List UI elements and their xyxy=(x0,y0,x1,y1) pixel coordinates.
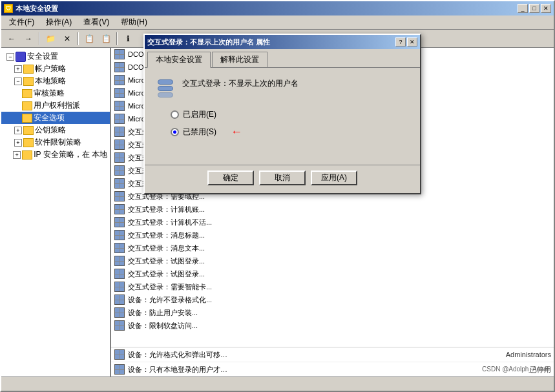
software-icon xyxy=(23,138,34,148)
radio-disabled[interactable]: 已禁用(S) ← xyxy=(171,125,394,139)
bottom-item-1[interactable]: 设备：允许格式化和弹出可移… Administrators xyxy=(111,347,554,362)
title-bar-buttons: _ □ ✕ xyxy=(518,4,551,13)
toolbar-sep1 xyxy=(39,32,40,45)
tree-item-ip-policy[interactable]: + IP 安全策略，在 本地 xyxy=(1,149,110,161)
tree-panel: − 安全设置 + 帐户策略 − xyxy=(1,48,111,377)
delete-button[interactable]: ✕ xyxy=(59,32,75,46)
audit-folder-icon xyxy=(22,88,32,99)
radio-disabled-label: 已禁用(S) xyxy=(183,127,216,138)
dialog-help-button[interactable]: ? xyxy=(395,37,406,46)
policy-item-icon xyxy=(114,100,125,112)
tab-explain-setting[interactable]: 解释此设置 xyxy=(212,52,267,67)
tree-item-security-options[interactable]: 安全选项 xyxy=(1,112,110,124)
cancel-button[interactable]: 取消 xyxy=(259,170,306,185)
security-icon xyxy=(16,52,26,62)
list-item[interactable]: 交互式登录：试图登录... xyxy=(111,254,554,267)
policy-item-icon xyxy=(114,61,125,73)
pubkey-icon xyxy=(23,125,34,136)
list-item[interactable]: 交互式登录：需要智能卡... xyxy=(111,280,554,293)
maximize-button[interactable]: □ xyxy=(529,4,539,13)
minimize-button[interactable]: _ xyxy=(518,4,528,13)
policy-item-icon xyxy=(114,113,125,125)
expand-account[interactable]: + xyxy=(14,65,22,73)
tree-item-account-policy[interactable]: + 帐户策略 xyxy=(1,63,110,75)
policy-item-icon xyxy=(114,255,125,267)
list-item[interactable]: 交互式登录：试图登录... xyxy=(111,267,554,280)
bottom-icon-1 xyxy=(114,349,125,360)
paste-button[interactable]: 📋 xyxy=(98,32,114,46)
cylinder-top xyxy=(158,79,173,85)
menu-view[interactable]: 查看(V) xyxy=(78,15,114,29)
bottom-icon-2 xyxy=(114,364,125,375)
list-item[interactable]: 交互式登录：消息标题... xyxy=(111,229,554,242)
back-button[interactable]: ← xyxy=(4,32,19,46)
dialog-title: 交互式登录：不显示上次的用户名 属性 xyxy=(147,37,270,47)
forward-button[interactable]: → xyxy=(21,32,36,46)
list-item[interactable]: 交互式登录：计算机账... xyxy=(111,203,554,216)
radio-disabled-input[interactable] xyxy=(171,128,179,136)
dialog-tabs: 本地安全设置 解释此设置 xyxy=(145,49,420,68)
menu-help[interactable]: 帮助(H) xyxy=(116,15,152,29)
copy-button[interactable]: 📋 xyxy=(81,32,97,46)
ok-button[interactable]: 确定 xyxy=(207,170,254,185)
expand-pubkey[interactable]: + xyxy=(14,127,22,134)
db-icon xyxy=(155,78,176,99)
policy-item-icon xyxy=(114,48,125,60)
expand-security[interactable]: − xyxy=(6,53,14,61)
cylinder-mid xyxy=(158,86,173,91)
tab-local-security[interactable]: 本地安全设置 xyxy=(147,52,211,68)
radio-enabled-input[interactable] xyxy=(171,110,179,119)
local-folder-icon xyxy=(23,76,34,87)
policy-item-icon xyxy=(114,191,125,202)
policy-item-icon xyxy=(114,307,125,318)
watermark: CSDN @Adolph_Ansel xyxy=(482,366,549,373)
tree-item-pubkey-policy[interactable]: + 公钥策略 xyxy=(1,124,110,136)
tree-item-audit-policy[interactable]: 审核策略 xyxy=(1,87,110,99)
expand-ip[interactable]: + xyxy=(13,151,21,159)
policy-item-icon xyxy=(114,294,125,305)
list-item[interactable]: 交互式登录：计算机不活... xyxy=(111,216,554,229)
list-item[interactable]: 设备：限制软盘访问... xyxy=(111,319,554,332)
list-item[interactable]: 设备：允许不登录格式化... xyxy=(111,293,554,306)
dialog-title-bar: 交互式登录：不显示上次的用户名 属性 ? ✕ xyxy=(145,35,420,49)
policy-item-icon xyxy=(114,139,125,150)
tree-item-security-settings[interactable]: − 安全设置 xyxy=(1,50,110,63)
apply-button[interactable]: 应用(A) xyxy=(311,170,357,185)
expand-software[interactable]: + xyxy=(14,139,22,147)
expand-local[interactable]: − xyxy=(14,77,22,85)
radio-group: 已启用(E) 已禁用(S) ← xyxy=(171,109,394,139)
user-rights-icon xyxy=(22,101,32,111)
account-folder-icon xyxy=(23,64,34,74)
property-dialog: 交互式登录：不显示上次的用户名 属性 ? ✕ 本地安全设置 解释此设置 xyxy=(143,34,421,194)
ip-icon xyxy=(22,150,32,160)
dialog-buttons: 确定 取消 应用(A) xyxy=(145,165,420,193)
policy-item-icon xyxy=(114,152,125,163)
dialog-title-buttons: ? ✕ xyxy=(395,37,417,46)
policy-item-icon xyxy=(114,242,125,254)
radio-enabled-label: 已启用(E) xyxy=(183,109,216,120)
window-icon: 🛡 xyxy=(4,4,13,13)
dialog-close-button[interactable]: ✕ xyxy=(407,37,417,46)
policy-item-icon xyxy=(114,126,125,138)
menu-bar: 文件(F) 操作(A) 查看(V) 帮助(H) xyxy=(1,15,554,30)
info-button[interactable]: ℹ xyxy=(120,32,136,46)
list-item[interactable]: 设备：防止用户安装... xyxy=(111,306,554,319)
radio-enabled[interactable]: 已启用(E) xyxy=(171,109,394,120)
window-title: 本地安全设置 xyxy=(16,4,58,14)
policy-item-icon xyxy=(114,178,125,189)
up-button[interactable]: 📁 xyxy=(43,32,58,46)
close-button[interactable]: ✕ xyxy=(541,4,551,13)
menu-action[interactable]: 操作(A) xyxy=(41,15,77,29)
title-bar: 🛡 本地安全设置 _ □ ✕ xyxy=(1,1,554,15)
policy-item-icon xyxy=(114,268,125,280)
list-item[interactable]: 交互式登录：消息文本... xyxy=(111,242,554,254)
tree-item-software-policy[interactable]: + 软件限制策略 xyxy=(1,136,110,149)
cylinder-bot xyxy=(158,92,173,98)
tree-item-local-policy[interactable]: − 本地策略 xyxy=(1,75,110,87)
dialog-content: 交互式登录：不显示上次的用户名 已启用(E) 已禁用(S) ← xyxy=(145,68,420,160)
tree-item-user-rights[interactable]: 用户权利指派 xyxy=(1,99,110,112)
policy-item-icon xyxy=(114,74,125,86)
menu-file[interactable]: 文件(F) xyxy=(4,15,39,29)
main-window: 🛡 本地安全设置 _ □ ✕ 文件(F) 操作(A) 查看(V) 帮助(H) ←… xyxy=(0,0,555,392)
policy-item-icon xyxy=(114,229,125,241)
